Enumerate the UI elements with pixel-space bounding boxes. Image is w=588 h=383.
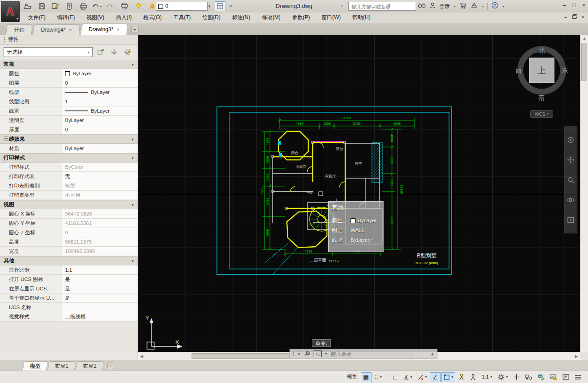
title-expand-icon[interactable]: ›: [341, 3, 343, 8]
layer-control[interactable]: 0: [156, 2, 208, 11]
property-row-layer[interactable]: 图层 0: [0, 78, 138, 88]
help-caret-icon[interactable]: ▾: [502, 4, 504, 8]
command-wrench-icon[interactable]: [304, 350, 310, 357]
menu-modify[interactable]: 修改(M): [256, 12, 286, 23]
tab-drawing3-close-icon[interactable]: ×: [117, 27, 119, 32]
upload-mobile-button[interactable]: [65, 2, 74, 11]
menu-dimension[interactable]: 标注(N): [226, 12, 256, 23]
polar-caret-icon[interactable]: ▾: [410, 375, 412, 379]
property-row-center-y[interactable]: 圆心 Y 坐标 41162.5361: [0, 219, 138, 228]
grid-toggle[interactable]: ▦: [361, 372, 372, 382]
viewcube-east-label[interactable]: 东: [562, 67, 568, 74]
full-navigation-wheel-icon[interactable]: [567, 136, 574, 143]
property-row-material[interactable]: 材质 ByLayer: [0, 144, 138, 153]
signin-label[interactable]: 登录: [439, 3, 450, 10]
menu-edit[interactable]: 编辑(E): [51, 12, 81, 23]
menu-parametric[interactable]: 参数(P): [286, 12, 316, 23]
property-row-ucs-icon-on[interactable]: 打开 UCS 图标 是: [0, 275, 138, 284]
quick-select-button[interactable]: [122, 47, 133, 57]
polar-tracking-toggle[interactable]: ∡▾: [401, 372, 415, 382]
properties-palette-header[interactable]: 特性: [0, 35, 138, 45]
command-line-bar[interactable]: × >_ ▾ ▲: [290, 349, 437, 359]
model-space-canvas[interactable]: 16300 4500 1600 5200 4800 7360 4500 1500…: [138, 35, 580, 352]
menu-tools[interactable]: 工具(T): [167, 12, 196, 23]
viewcube-south-label[interactable]: 南: [539, 94, 545, 101]
property-row-height[interactable]: 高度 56811.1375: [0, 237, 138, 247]
layer-dropdown-caret-icon[interactable]: ▾: [208, 4, 211, 8]
property-row-visual-style[interactable]: 视觉样式 二维线框: [0, 312, 138, 322]
selection-combo[interactable]: 无选择 ▾: [4, 47, 93, 57]
annotation-monitor-button[interactable]: !: [548, 372, 559, 382]
navigation-bar[interactable]: [564, 126, 577, 233]
fullscreen-button[interactable]: [560, 372, 572, 382]
doc-restore-button[interactable]: [572, 15, 576, 19]
isolate-objects-button[interactable]: [523, 372, 535, 382]
viewcube-west-label[interactable]: 西: [515, 67, 522, 74]
scroll-right-arrow[interactable]: ▶: [573, 352, 580, 360]
undo-button[interactable]: ▾: [92, 2, 102, 11]
command-bar-grip-icon[interactable]: [293, 351, 294, 357]
scale-caret-icon[interactable]: ▾: [490, 375, 492, 379]
menu-draw[interactable]: 绘图(D): [196, 12, 226, 23]
section-general-collapse-icon[interactable]: ▾: [131, 62, 134, 67]
section-misc-collapse-icon[interactable]: ▾: [131, 259, 134, 263]
close-button[interactable]: ×: [582, 1, 585, 10]
property-row-thickness[interactable]: 厚度 0: [0, 125, 138, 134]
save-button[interactable]: [37, 2, 47, 11]
property-row-transparency[interactable]: 透明度 ByLayer: [0, 116, 138, 125]
batch-plot-button[interactable]: [120, 2, 130, 11]
property-row-lineweight[interactable]: 线宽 ByLayer: [0, 106, 138, 116]
command-history-up-icon[interactable]: ▲: [430, 352, 434, 356]
a360-icon[interactable]: [470, 2, 478, 10]
clean-screen-button[interactable]: [511, 372, 522, 382]
toolbar-overflow-icon[interactable]: »: [229, 3, 232, 9]
command-terminal-icon[interactable]: >_: [314, 350, 322, 357]
save-as-button[interactable]: [51, 2, 61, 11]
new-tab-button[interactable]: +: [131, 26, 139, 33]
tab-start[interactable]: 开始: [6, 24, 33, 35]
menu-view[interactable]: 视图(V): [81, 12, 110, 23]
redo-caret-icon[interactable]: ▾: [114, 4, 115, 8]
search-binoculars-icon[interactable]: [418, 2, 426, 10]
property-row-ucs-name[interactable]: UCS 名称: [0, 303, 138, 312]
property-row-plot-attached[interactable]: 打印表附着到 模型: [0, 181, 138, 191]
app-store-cart-icon[interactable]: [459, 2, 467, 11]
signin-caret-icon[interactable]: ▾: [454, 4, 456, 8]
snap-toggle[interactable]: ∷▾: [372, 372, 384, 382]
menu-insert[interactable]: 插入(I): [110, 12, 137, 23]
menu-help[interactable]: 帮助(H): [347, 12, 376, 23]
pan-icon[interactable]: [567, 156, 574, 163]
viewcube[interactable]: 北 西 东 南 上: [514, 42, 569, 109]
isodraft-caret-icon[interactable]: ▾: [425, 375, 427, 379]
scroll-left-arrow[interactable]: ◀: [138, 352, 145, 360]
layer-on-bulb-icon[interactable]: [134, 2, 143, 11]
property-row-plotstyle-table[interactable]: 打印样式表 无: [0, 172, 138, 181]
tab-model[interactable]: 模型: [23, 361, 48, 371]
snap-caret-icon[interactable]: ▾: [380, 375, 382, 379]
undo-caret-icon[interactable]: ▾: [100, 4, 102, 8]
model-space-toggle[interactable]: 模型: [345, 372, 360, 382]
property-row-plot-type[interactable]: 打印表类型 不可用: [0, 191, 138, 200]
property-row-linetype-scale[interactable]: 线型比例 1: [0, 97, 138, 106]
wcs-menu-button[interactable]: WCS ▾: [530, 110, 553, 118]
property-row-center-z[interactable]: 圆心 Z 坐标 0: [0, 228, 138, 237]
object-snap-toggle[interactable]: ▾: [441, 372, 455, 382]
help-search-box[interactable]: [348, 2, 416, 11]
plot-button[interactable]: [78, 2, 88, 11]
customization-button[interactable]: [572, 372, 584, 382]
minimize-button[interactable]: –: [563, 1, 566, 10]
workspace-layout-button[interactable]: [215, 1, 225, 11]
section-misc-header[interactable]: 其他▾: [0, 256, 138, 265]
zoom-icon[interactable]: [567, 176, 574, 183]
menu-file[interactable]: 文件(F): [22, 12, 51, 23]
a360-caret-icon[interactable]: ▾: [482, 4, 484, 8]
viewcube-north-label[interactable]: 北: [539, 47, 545, 54]
menu-format[interactable]: 格式(O): [138, 12, 167, 23]
help-search-input[interactable]: [349, 3, 416, 11]
orbit-icon[interactable]: [567, 196, 574, 204]
property-row-center-x[interactable]: 圆心 X 坐标 96472.0828: [0, 209, 138, 219]
isodraft-toggle[interactable]: ▾: [415, 372, 429, 382]
section-view-header[interactable]: 视图▾: [0, 200, 138, 209]
section-plotstyle-collapse-icon[interactable]: ▾: [131, 156, 134, 160]
property-row-plotstyle[interactable]: 打印样式 ByColor: [0, 163, 138, 172]
